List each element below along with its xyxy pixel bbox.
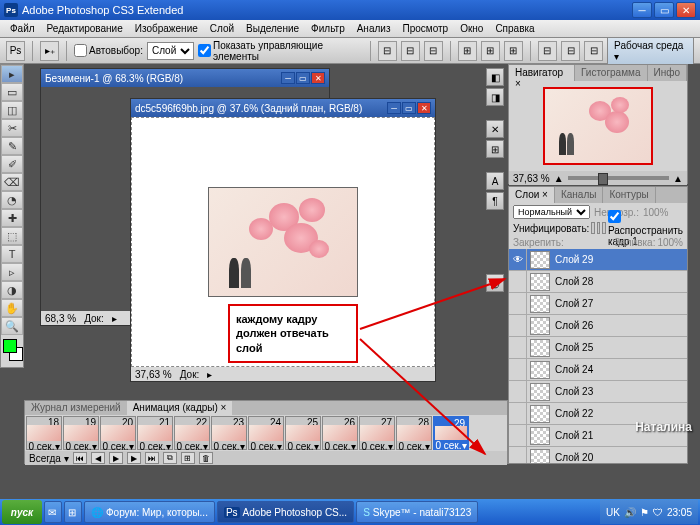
- doc2-zoom[interactable]: 37,63 %: [135, 369, 172, 380]
- tool-13[interactable]: ✋: [1, 299, 23, 317]
- menu-Выделение[interactable]: Выделение: [240, 23, 305, 34]
- distribute-icon[interactable]: ⊟: [561, 41, 580, 61]
- animation-frame[interactable]: 240 сек.▾: [248, 416, 284, 450]
- start-button[interactable]: пуск: [2, 500, 42, 524]
- tab-histogram[interactable]: Гистограмма: [575, 65, 648, 81]
- layer-name[interactable]: Слой 25: [553, 342, 593, 353]
- tab-measurements[interactable]: Журнал измерений: [25, 401, 127, 415]
- delete-frame-icon[interactable]: 🗑: [199, 452, 213, 464]
- align-icon[interactable]: ⊞: [481, 41, 500, 61]
- navigator-thumbnail[interactable]: [543, 87, 653, 165]
- nav-zoom[interactable]: 37,63 %: [513, 173, 550, 184]
- layer-name[interactable]: Слой 26: [553, 320, 593, 331]
- visibility-icon[interactable]: [509, 271, 527, 293]
- animation-frame[interactable]: 250 сек.▾: [285, 416, 321, 450]
- taskbar-item[interactable]: SSkype™ - natali73123: [356, 501, 478, 523]
- panel-icon[interactable]: ✕: [486, 120, 504, 138]
- zoom-slider[interactable]: [568, 176, 669, 180]
- visibility-icon[interactable]: [509, 359, 527, 381]
- play-icon[interactable]: ▶: [109, 452, 123, 464]
- tool-5[interactable]: ✐: [1, 155, 23, 173]
- layer-row[interactable]: Слой 25: [509, 337, 687, 359]
- last-frame-icon[interactable]: ⏭: [145, 452, 159, 464]
- layer-name[interactable]: Слой 28: [553, 276, 593, 287]
- menu-Изображение[interactable]: Изображение: [129, 23, 204, 34]
- unify-icon[interactable]: [597, 222, 601, 234]
- menu-Файл[interactable]: Файл: [4, 23, 41, 34]
- animation-frame[interactable]: 200 сек.▾: [100, 416, 136, 450]
- zoom-in-icon[interactable]: ▲: [673, 173, 683, 184]
- system-tray[interactable]: UK 🔊 ⚑ 🛡 23:05: [600, 500, 698, 524]
- distribute-icon[interactable]: ⊟: [538, 41, 557, 61]
- menu-Фильтр[interactable]: Фильтр: [305, 23, 351, 34]
- menu-Редактирование[interactable]: Редактирование: [41, 23, 129, 34]
- quicklaunch[interactable]: ⊞: [64, 501, 82, 523]
- tab-info[interactable]: Инфо: [648, 65, 688, 81]
- autoselect-select[interactable]: Слой: [147, 42, 194, 60]
- layer-name[interactable]: Слой 27: [553, 298, 593, 309]
- frames-strip[interactable]: 180 сек.▾190 сек.▾200 сек.▾210 сек.▾220 …: [25, 415, 507, 451]
- new-frame-icon[interactable]: ⊞: [181, 452, 195, 464]
- tab-paths[interactable]: Контуры: [603, 187, 655, 203]
- layer-thumbnail[interactable]: [530, 427, 550, 445]
- animation-frame[interactable]: 290 сек.▾: [433, 416, 469, 450]
- visibility-icon[interactable]: [509, 447, 527, 464]
- menu-Просмотр[interactable]: Просмотр: [396, 23, 454, 34]
- doc-min-icon[interactable]: ─: [387, 102, 401, 114]
- taskbar-item[interactable]: PsAdobe Photoshop CS...: [217, 501, 354, 523]
- animation-frame[interactable]: 180 сек.▾: [26, 416, 62, 450]
- tab-navigator[interactable]: Навигатор ×: [509, 65, 575, 81]
- align-icon[interactable]: ⊟: [401, 41, 420, 61]
- tool-4[interactable]: ✎: [1, 137, 23, 155]
- layer-thumbnail[interactable]: [530, 317, 550, 335]
- panel-icon[interactable]: ¶: [486, 192, 504, 210]
- close-button[interactable]: ✕: [676, 2, 696, 18]
- tab-animation[interactable]: Анимация (кадры) ×: [127, 401, 233, 415]
- distribute-icon[interactable]: ⊟: [584, 41, 603, 61]
- layer-row[interactable]: Слой 27: [509, 293, 687, 315]
- ps-button[interactable]: Ps: [6, 41, 25, 61]
- tool-3[interactable]: ✂: [1, 119, 23, 137]
- animation-frame[interactable]: 270 сек.▾: [359, 416, 395, 450]
- visibility-icon[interactable]: 👁: [509, 249, 527, 271]
- tool-0[interactable]: ▸: [1, 65, 23, 83]
- panel-icon[interactable]: ⊞: [486, 140, 504, 158]
- panel-icon[interactable]: ◧: [486, 68, 504, 86]
- tool-1[interactable]: ▭: [1, 83, 23, 101]
- layer-thumbnail[interactable]: [530, 449, 550, 464]
- tray-icon[interactable]: 🛡: [653, 507, 663, 518]
- tray-icon[interactable]: 🔊: [624, 507, 636, 518]
- animation-frame[interactable]: 190 сек.▾: [63, 416, 99, 450]
- menu-Справка[interactable]: Справка: [489, 23, 540, 34]
- layer-name[interactable]: Слой 23: [553, 386, 593, 397]
- move-tool-icon[interactable]: ▸₊: [40, 41, 59, 61]
- layer-row[interactable]: Слой 24: [509, 359, 687, 381]
- layer-thumbnail[interactable]: [530, 361, 550, 379]
- doc-close-icon[interactable]: ✕: [417, 102, 431, 114]
- align-icon[interactable]: ⊟: [378, 41, 397, 61]
- unify-icon[interactable]: [602, 222, 606, 234]
- layer-name[interactable]: Слой 29: [553, 254, 593, 265]
- doc1-zoom[interactable]: 68,3 %: [45, 313, 76, 324]
- layer-thumbnail[interactable]: [530, 383, 550, 401]
- doc-max-icon[interactable]: ▭: [296, 72, 310, 84]
- doc-min-icon[interactable]: ─: [281, 72, 295, 84]
- autoselect-checkbox[interactable]: Автовыбор:: [74, 44, 143, 57]
- menu-Анализ[interactable]: Анализ: [351, 23, 397, 34]
- blend-mode-select[interactable]: Нормальный: [513, 205, 590, 219]
- zoom-out-icon[interactable]: ▲: [554, 173, 564, 184]
- layer-row[interactable]: Слой 20: [509, 447, 687, 463]
- menu-Окно[interactable]: Окно: [454, 23, 489, 34]
- show-controls-checkbox[interactable]: Показать управляющие элементы: [198, 40, 363, 62]
- tool-10[interactable]: T: [1, 245, 23, 263]
- minimize-button[interactable]: ─: [632, 2, 652, 18]
- prev-frame-icon[interactable]: ◀: [91, 452, 105, 464]
- unify-icon[interactable]: [591, 222, 595, 234]
- layer-thumbnail[interactable]: [530, 405, 550, 423]
- layer-name[interactable]: Слой 20: [553, 452, 593, 463]
- tool-2[interactable]: ◫: [1, 101, 23, 119]
- next-frame-icon[interactable]: ▶: [127, 452, 141, 464]
- layer-row[interactable]: Слой 23: [509, 381, 687, 403]
- quicklaunch[interactable]: ✉: [44, 501, 62, 523]
- color-picker[interactable]: [1, 337, 23, 367]
